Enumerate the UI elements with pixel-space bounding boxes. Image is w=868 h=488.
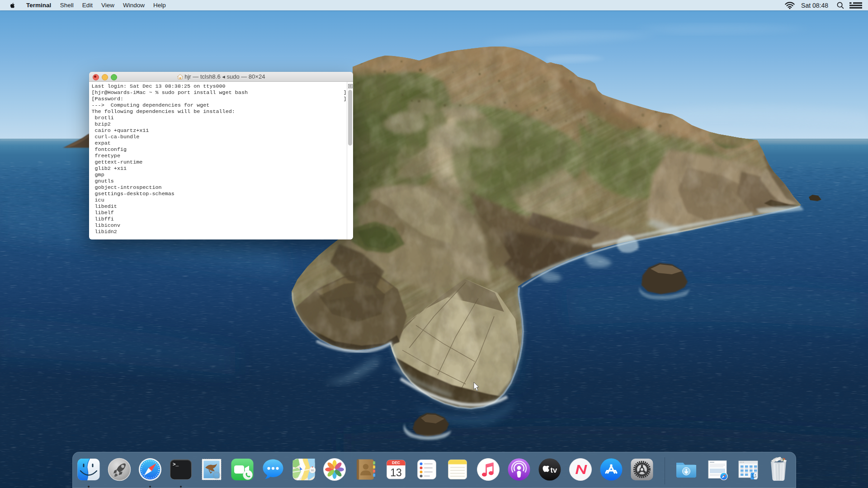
svg-text:>_: >_ (173, 462, 179, 467)
svg-text:DEC: DEC (392, 460, 400, 465)
svg-text:3D: 3D (311, 469, 314, 472)
svg-text:tv: tv (551, 466, 557, 474)
svg-text:13: 13 (390, 467, 402, 479)
